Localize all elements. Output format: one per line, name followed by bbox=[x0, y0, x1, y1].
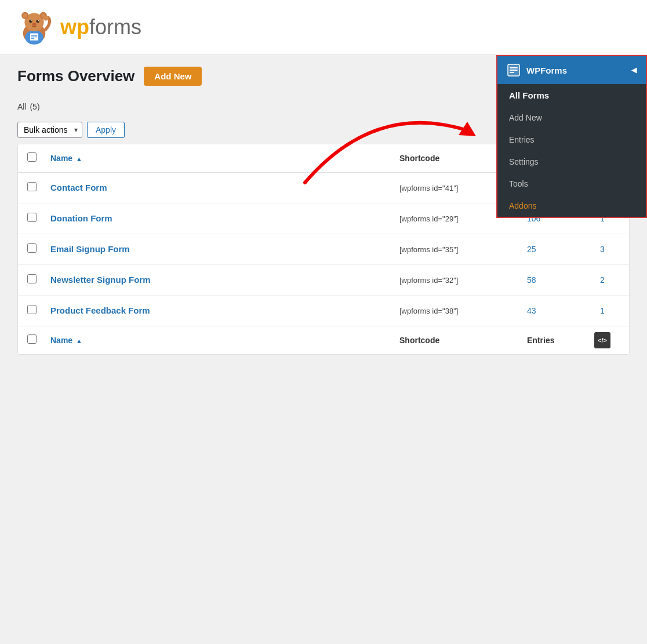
all-filter-link[interactable]: All (5) bbox=[17, 102, 40, 111]
entries-link-4[interactable]: 43 bbox=[527, 306, 536, 315]
form-name-link-0[interactable]: Contact Form bbox=[50, 183, 107, 192]
svg-point-12 bbox=[37, 20, 39, 23]
menu-collapse-icon[interactable]: ◀ bbox=[631, 66, 637, 74]
form-name-link-2[interactable]: Email Signup Form bbox=[50, 244, 130, 254]
row-entries-cell-4: 43 bbox=[527, 305, 585, 316]
row-checkbox-cell-1 bbox=[27, 213, 50, 224]
row-checkbox-1[interactable] bbox=[27, 213, 37, 222]
menu-item-tools[interactable]: Tools bbox=[497, 173, 646, 195]
row-entries-cell-3: 58 bbox=[527, 275, 585, 285]
logo-wp: wp bbox=[60, 15, 89, 39]
row-name-cell-2: Email Signup Form bbox=[50, 244, 399, 254]
svg-point-13 bbox=[31, 20, 32, 21]
footer-embed-icon: </> bbox=[594, 332, 610, 348]
row-shortcode-cell-2: [wpforms id="35"] bbox=[399, 245, 527, 254]
row-name-cell-1: Donation Form bbox=[50, 213, 399, 224]
form-name-link-1[interactable]: Donation Form bbox=[50, 213, 112, 223]
row-checkbox-cell-3 bbox=[27, 274, 50, 286]
row-checkbox-cell-4 bbox=[27, 305, 50, 316]
menu-item-addons[interactable]: Addons bbox=[497, 195, 646, 217]
logo-area: wpforms bbox=[14, 7, 141, 48]
col-header-name[interactable]: Name ▲ bbox=[50, 154, 399, 163]
table-footer: Name ▲ Shortcode Entries </> bbox=[18, 326, 629, 354]
footer-checkbox-cell bbox=[27, 334, 50, 346]
entries-link-3[interactable]: 58 bbox=[527, 275, 536, 285]
row-entries-cell-2: 25 bbox=[527, 244, 585, 254]
header-checkbox-cell bbox=[27, 152, 50, 164]
embed-link-4[interactable]: 1 bbox=[600, 306, 605, 315]
svg-point-15 bbox=[32, 23, 37, 26]
site-header: wpforms bbox=[0, 0, 647, 55]
row-shortcode-cell-3: [wpforms id="32"] bbox=[399, 276, 527, 285]
row-name-cell-4: Product Feedback Form bbox=[50, 305, 399, 316]
footer-col-embed: </> bbox=[585, 332, 620, 348]
sort-arrow-icon: ▲ bbox=[76, 155, 82, 162]
svg-point-11 bbox=[29, 20, 32, 23]
select-all-checkbox[interactable] bbox=[27, 152, 37, 162]
row-name-cell-3: Newsletter Signup Form bbox=[50, 275, 399, 285]
bulk-actions-wrapper: Bulk actions bbox=[17, 122, 82, 138]
menu-item-all-forms[interactable]: All Forms bbox=[497, 84, 646, 107]
menu-header: WPForms ◀ bbox=[497, 56, 646, 84]
embed-link-3[interactable]: 2 bbox=[600, 275, 605, 285]
row-checkbox-cell-2 bbox=[27, 243, 50, 255]
add-new-button[interactable]: Add New bbox=[144, 67, 202, 86]
svg-point-8 bbox=[23, 13, 27, 17]
row-shortcode-cell-4: [wpforms id="38"] bbox=[399, 307, 527, 315]
row-name-cell-0: Contact Form bbox=[50, 183, 399, 193]
wpforms-dropdown-menu: WPForms ◀ All Forms Add New Entries Sett… bbox=[496, 55, 647, 218]
form-name-link-4[interactable]: Product Feedback Form bbox=[50, 305, 150, 315]
row-embed-cell-3: 2 bbox=[585, 275, 620, 285]
row-checkbox-3[interactable] bbox=[27, 274, 37, 283]
footer-col-name[interactable]: Name ▲ bbox=[50, 336, 399, 345]
menu-item-entries[interactable]: Entries bbox=[497, 129, 646, 151]
footer-col-shortcode: Shortcode bbox=[399, 336, 527, 345]
bulk-actions-select[interactable]: Bulk actions bbox=[17, 122, 82, 138]
menu-header-label: WPForms bbox=[526, 66, 567, 75]
row-checkbox-cell-0 bbox=[27, 182, 50, 194]
table-row: Newsletter Signup Form [wpforms id="32"]… bbox=[18, 265, 629, 296]
embed-link-2[interactable]: 3 bbox=[600, 245, 605, 254]
logo-text: wpforms bbox=[60, 15, 141, 39]
menu-item-add-new[interactable]: Add New bbox=[497, 107, 646, 129]
table-row: Email Signup Form [wpforms id="35"] 25 3 bbox=[18, 234, 629, 265]
row-embed-cell-4: 1 bbox=[585, 305, 620, 316]
row-checkbox-4[interactable] bbox=[27, 305, 37, 314]
menu-header-icon bbox=[507, 63, 521, 77]
footer-select-all-checkbox[interactable] bbox=[27, 334, 37, 344]
main-content: Forms Overview Add New All (5) Bulk acti… bbox=[0, 55, 647, 366]
footer-col-entries: Entries bbox=[527, 336, 585, 345]
row-checkbox-2[interactable] bbox=[27, 243, 37, 253]
table-row: Product Feedback Form [wpforms id="38"] … bbox=[18, 296, 629, 326]
logo-forms: forms bbox=[89, 15, 141, 39]
svg-point-16 bbox=[43, 16, 49, 21]
row-checkbox-0[interactable] bbox=[27, 182, 37, 191]
footer-sort-arrow-icon: ▲ bbox=[76, 337, 82, 344]
row-embed-cell-2: 3 bbox=[585, 244, 620, 254]
apply-button[interactable]: Apply bbox=[87, 122, 125, 138]
bear-mascot-icon bbox=[14, 7, 54, 48]
form-name-link-3[interactable]: Newsletter Signup Form bbox=[50, 275, 151, 285]
page-title: Forms Overview bbox=[17, 67, 135, 85]
menu-item-settings[interactable]: Settings bbox=[497, 151, 646, 173]
entries-link-2[interactable]: 25 bbox=[527, 245, 536, 254]
svg-point-14 bbox=[38, 20, 39, 21]
filter-left: All (5) bbox=[17, 102, 40, 111]
bulk-left: Bulk actions Apply bbox=[17, 122, 125, 138]
